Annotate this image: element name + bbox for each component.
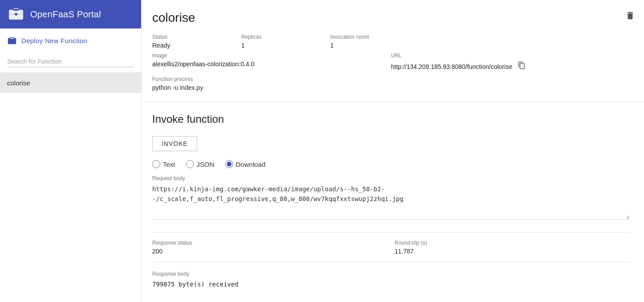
radio-text-option[interactable]: Text (152, 160, 175, 168)
request-body-label: Request body (152, 175, 630, 181)
round-trip-label: Round-trip (s) (395, 240, 630, 246)
radio-text-input[interactable] (152, 160, 160, 168)
sidebar-header: OpenFaaS Portal (0, 0, 141, 28)
invoke-button[interactable]: INVOKE (152, 136, 197, 151)
response-status-label: Response status (152, 240, 388, 246)
url-row: http://134.209.185.93:8080/function/colo… (391, 60, 630, 72)
status-label: Status (152, 34, 241, 40)
response-body-section: Response body 799875 byte(s) received (152, 270, 630, 288)
sidebar: OpenFaaS Portal Deploy New Function colo… (0, 0, 142, 302)
response-status-value: 200 (152, 248, 388, 255)
invoke-title: Invoke function (152, 113, 630, 125)
image-label: Image (152, 52, 391, 59)
function-detail-panel: colorise Status Ready Replicas 1 Invocat… (142, 0, 644, 102)
radio-download-label: Download (236, 161, 266, 168)
copy-icon (518, 61, 526, 69)
image-meta: Image alexellis2/openfaas-colorization:0… (152, 52, 391, 68)
svg-point-3 (15, 13, 17, 16)
url-label: URL (391, 52, 630, 59)
image-value: alexellis2/openfaas-colorization:0.4.0 (152, 60, 391, 68)
deploy-button-label: Deploy New Function (21, 37, 87, 44)
response-status-meta: Response status 200 (152, 240, 388, 255)
function-list: colorise (0, 73, 141, 302)
invoke-section: Invoke function INVOKE Text JSON Downloa… (142, 102, 644, 299)
main-content: colorise Status Ready Replicas 1 Invocat… (142, 0, 644, 302)
response-format-group: Text JSON Download (152, 160, 630, 168)
app-logo-icon (7, 5, 25, 23)
deploy-icon (7, 36, 17, 45)
radio-download-input[interactable] (225, 160, 233, 168)
radio-json-label: JSON (197, 161, 215, 168)
round-trip-meta: Round-trip (s) 11.787 (395, 240, 630, 255)
svg-rect-2 (13, 9, 19, 11)
response-meta-grid: Response status 200 Round-trip (s) 11.78… (152, 240, 630, 262)
response-section: Response status 200 Round-trip (s) 11.78… (152, 232, 630, 288)
radio-text-label: Text (163, 161, 175, 168)
invocation-meta: Invocation count 1 (330, 34, 630, 49)
process-meta: Function process python -u index.py (152, 76, 630, 91)
meta-row-process: Function process python -u index.py (152, 76, 630, 91)
replicas-meta: Replicas 1 (241, 34, 330, 49)
url-value: http://134.209.185.93:8080/function/colo… (391, 63, 512, 70)
meta-row-image-url: Image alexellis2/openfaas-colorization:0… (152, 52, 630, 72)
process-label: Function process (152, 76, 630, 82)
radio-json-input[interactable] (186, 160, 194, 168)
response-body-label: Response body (152, 271, 189, 277)
request-body-section: Request body (152, 175, 630, 221)
search-container (0, 52, 141, 73)
function-name: colorise (152, 11, 630, 25)
delete-icon (625, 11, 635, 20)
invocation-value: 1 (330, 42, 630, 49)
copy-url-button[interactable] (516, 60, 527, 72)
delete-function-button[interactable] (624, 9, 637, 24)
process-value: python -u index.py (152, 84, 630, 91)
app-title: OpenFaaS Portal (30, 9, 101, 20)
request-body-input[interactable] (152, 184, 630, 220)
radio-json-option[interactable]: JSON (186, 160, 215, 168)
status-meta: Status Ready (152, 34, 241, 49)
radio-download-option[interactable]: Download (225, 160, 266, 168)
response-body-value: 799875 byte(s) received (152, 281, 239, 288)
round-trip-value: 11.787 (395, 248, 630, 255)
meta-grid-top: Status Ready Replicas 1 Invocation count… (152, 34, 630, 49)
function-list-item-colorise[interactable]: colorise (0, 73, 141, 93)
function-item-label: colorise (7, 79, 30, 87)
deploy-new-function-button[interactable]: Deploy New Function (0, 28, 141, 52)
search-input[interactable] (7, 56, 134, 67)
invocation-label: Invocation count (330, 34, 630, 40)
replicas-label: Replicas (241, 34, 330, 40)
url-meta: URL http://134.209.185.93:8080/function/… (391, 52, 630, 72)
replicas-value: 1 (241, 42, 330, 49)
status-value: Ready (152, 42, 241, 49)
invoke-button-label: INVOKE (162, 140, 188, 147)
